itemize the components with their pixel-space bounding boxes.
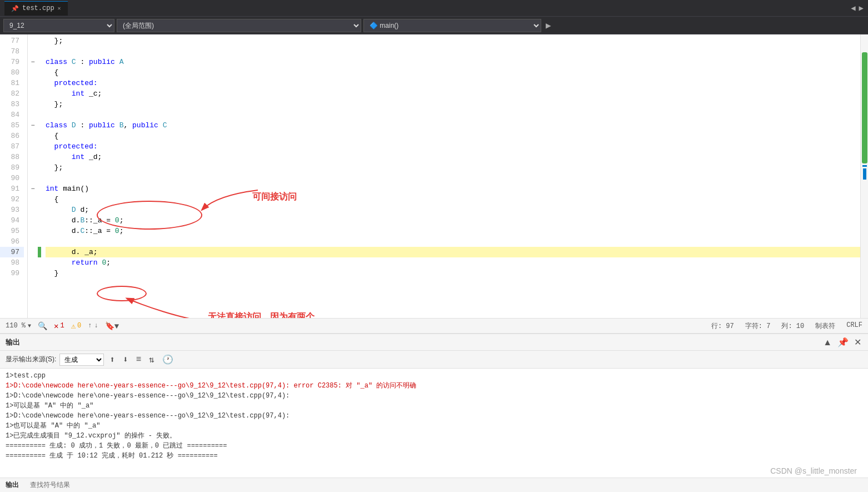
scope-select-left[interactable]: 9_12: [3, 19, 114, 32]
output-tool-3[interactable]: ≡: [134, 354, 144, 366]
output-expand-btn[interactable]: ▲: [822, 336, 833, 349]
output-line-6: 1>也可以是基 "A" 中的 "_a": [6, 421, 862, 431]
code-line-86: {: [46, 131, 860, 141]
output-tool-2[interactable]: ⬇: [121, 353, 131, 366]
up-arrow-icon[interactable]: ↑: [88, 322, 92, 330]
line-93: 93: [0, 205, 24, 215]
code-line-84: [46, 110, 860, 120]
status-right: 行: 97 字符: 7 列: 10 制表符 CRLF: [711, 321, 862, 331]
line-95: 95: [0, 226, 24, 236]
nav-arrows[interactable]: ↑ ↓: [88, 322, 98, 330]
tab-pin-icon: 📌: [11, 5, 19, 12]
bookmark-icon[interactable]: 🔖▼: [105, 321, 119, 331]
output-content[interactable]: 1>test.cpp 1>D:\code\newcode here\one-ye…: [0, 369, 868, 478]
output-line-4: 1>可以是基 "A" 中的 "_a": [6, 401, 862, 411]
zoom-dropdown-icon[interactable]: ▼: [28, 323, 31, 329]
editor-scrollbar[interactable]: [860, 34, 868, 318]
output-tool-4[interactable]: ⇅: [147, 353, 157, 366]
fold-91[interactable]: −: [28, 183, 38, 194]
fold-93: [28, 205, 38, 215]
code-content[interactable]: }; class C : public A { protected: int _…: [41, 34, 860, 318]
fold-78: [28, 46, 38, 57]
editor-container: 77 78 79 80 81 82 83 84 85 86 87 88 89 9…: [0, 34, 868, 318]
code-line-97: d. _a;: [46, 247, 860, 257]
code-line-85: class D : public B, public C: [46, 120, 860, 131]
fold-81: [28, 78, 38, 88]
scroll-left-icon[interactable]: ◀: [851, 3, 855, 13]
scroll-marker: [862, 165, 867, 167]
output-tab-label[interactable]: 输出: [6, 480, 19, 490]
output-toolbar: 显示输出来源(S): 生成 ⬆ ⬇ ≡ ⇅ 🕐: [0, 351, 868, 369]
warn-icon: ⚠: [71, 321, 76, 331]
code-line-94: d.B::_a = 0;: [46, 215, 860, 226]
scroll-thumb[interactable]: [862, 52, 867, 163]
code-line-81: protected:: [46, 78, 860, 88]
code-line-83: };: [46, 99, 860, 110]
fold-80: [28, 67, 38, 78]
code-line-90: [46, 173, 860, 183]
code-line-92: {: [46, 194, 860, 205]
scope-select-right[interactable]: 🔷 main(): [363, 19, 541, 32]
code-line-89: };: [46, 162, 860, 173]
line-82: 82: [0, 88, 24, 99]
fold-95: [28, 226, 38, 236]
fold-89: [28, 162, 38, 173]
error-value: 1: [60, 322, 64, 330]
line-96: 96: [0, 236, 24, 247]
fold-gutter: − − −: [28, 34, 38, 318]
error-count: ✕ 1: [54, 321, 64, 331]
fold-98: [28, 257, 38, 268]
scope-select-mid[interactable]: (全局范围): [117, 19, 361, 32]
direct-access-label: 无法直接访问，因为有两个: [208, 311, 315, 318]
code-line-77: };: [46, 36, 860, 46]
scroll-position-indicator: [863, 168, 866, 180]
fold-88: [28, 152, 38, 162]
tab-bar: 📌 test.cpp ✕ ◀ ▶: [0, 0, 868, 17]
output-title: 输出: [6, 337, 20, 347]
tab-close-icon[interactable]: ✕: [58, 5, 61, 12]
source-select[interactable]: 生成: [59, 354, 104, 366]
direct-arrow-svg: [113, 287, 213, 318]
line-91: 91: [0, 183, 24, 194]
line-92: 92: [0, 194, 24, 205]
fold-83: [28, 99, 38, 110]
fold-94: [28, 215, 38, 226]
code-line-78: [46, 46, 860, 57]
line-83: 83: [0, 99, 24, 110]
zoom-control[interactable]: 110 % ▼: [6, 322, 31, 330]
output-line-2: 1>D:\code\newcode here\one-years-essence…: [6, 381, 862, 391]
code-line-88: int _d;: [46, 152, 860, 162]
code-line-91: int main(): [46, 183, 860, 194]
output-close-btn[interactable]: ✕: [853, 336, 862, 349]
find-symbols-tab[interactable]: 查找符号结果: [30, 480, 70, 490]
output-tool-5[interactable]: 🕐: [160, 353, 176, 366]
code-line-95: d.C::_a = 0;: [46, 226, 860, 236]
fold-79[interactable]: −: [28, 57, 38, 67]
scroll-right-icon[interactable]: ▶: [859, 3, 864, 13]
output-tabs-bottom: 输出 查找符号结果: [0, 478, 868, 492]
output-line-5: 1>D:\code\newcode here\one-years-essence…: [6, 411, 862, 421]
line-85: 85: [0, 120, 24, 131]
fold-87: [28, 141, 38, 152]
output-line-7: 1>已完成生成项目 "9_12.vcxproj" 的操作 - 失败。: [6, 431, 862, 441]
warning-count: ⚠ 0: [71, 321, 82, 331]
fold-84: [28, 110, 38, 120]
line-90: 90: [0, 173, 24, 183]
down-arrow-icon[interactable]: ↓: [94, 322, 98, 330]
tab-label: test.cpp: [22, 4, 54, 12]
nav-bar: 9_12 (全局范围) 🔷 main() ▶: [0, 17, 868, 34]
line-79: 79: [0, 57, 24, 67]
code-line-96: [46, 236, 860, 247]
output-controls: ▲ 📌 ✕: [822, 336, 862, 349]
line-78: 78: [0, 46, 24, 57]
fold-90: [28, 173, 38, 183]
output-pin-btn[interactable]: 📌: [836, 336, 850, 349]
tab-test-cpp[interactable]: 📌 test.cpp ✕: [4, 1, 68, 16]
line-numbers-gutter: 77 78 79 80 81 82 83 84 85 86 87 88 89 9…: [0, 34, 28, 318]
encoding-info: CRLF: [846, 321, 862, 331]
output-tool-1[interactable]: ⬆: [107, 353, 117, 366]
line-87: 87: [0, 141, 24, 152]
nav-arrow-right[interactable]: ▶: [543, 19, 553, 32]
fold-85[interactable]: −: [28, 120, 38, 131]
fold-77: [28, 36, 38, 46]
